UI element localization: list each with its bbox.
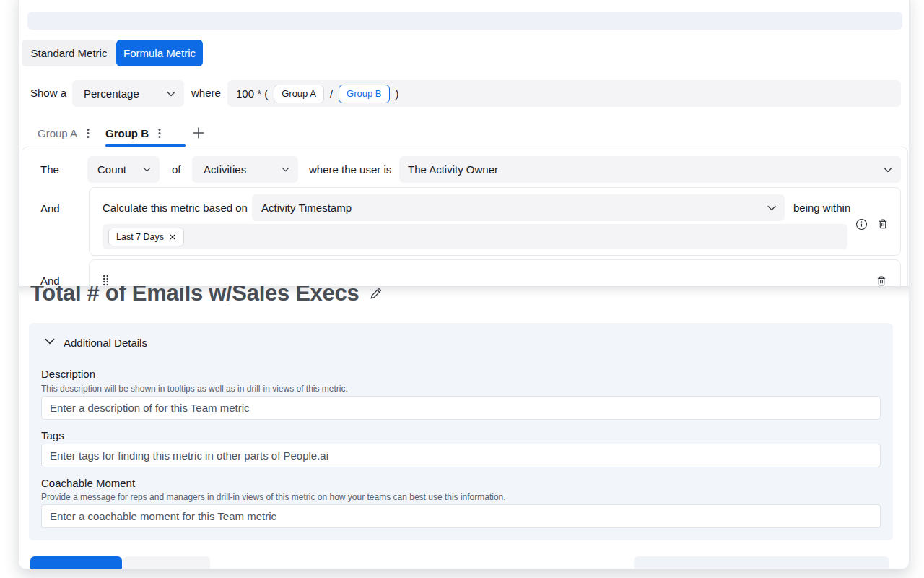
chevron-down-icon: [143, 167, 151, 172]
timeframe-value-field[interactable]: Last 7 Days: [103, 224, 847, 249]
coachable-moment-label: Coachable Moment: [41, 477, 135, 489]
description-input[interactable]: [41, 396, 881, 420]
expression-prefix: 100 * (: [236, 87, 268, 100]
and-connector-label: And: [40, 275, 60, 286]
condition-builder-panel: The Count of Activities where the user i…: [22, 147, 908, 286]
timestamp-field-select[interactable]: Activity Timestamp: [252, 194, 785, 221]
tags-input[interactable]: [41, 444, 881, 467]
user-role-select[interactable]: The Activity Owner: [399, 156, 901, 183]
display-type-select[interactable]: Percentage: [72, 80, 184, 107]
empty-condition-box: [89, 259, 901, 286]
drag-handle-icon[interactable]: [103, 275, 109, 286]
secondary-action-button[interactable]: [123, 556, 210, 569]
show-a-label: Show a: [30, 87, 66, 99]
chevron-down-icon: [884, 167, 892, 173]
group-a-chip[interactable]: Group A: [274, 85, 324, 103]
of-label: of: [172, 163, 181, 176]
info-icon[interactable]: [855, 217, 868, 230]
collapse-chevron-icon[interactable]: [45, 338, 55, 345]
time-range-chip[interactable]: Last 7 Days: [108, 228, 184, 246]
close-icon[interactable]: [169, 233, 176, 241]
timeframe-condition-box: Calculate this metric based on Activity …: [89, 187, 901, 256]
add-group-plus-icon[interactable]: [191, 125, 206, 141]
and-connector-label: And: [40, 202, 60, 215]
tab-formula-metric[interactable]: Formula Metric: [116, 40, 203, 66]
the-label: The: [40, 163, 59, 176]
based-on-label: Calculate this metric based on: [103, 202, 248, 214]
coachable-moment-helper: Provide a message for reps and managers …: [41, 492, 506, 502]
where-label: where: [191, 87, 221, 99]
description-helper: This description will be shown in toolti…: [41, 384, 348, 394]
description-label: Description: [41, 368, 95, 380]
additional-details-title[interactable]: Additional Details: [64, 337, 147, 349]
edit-pencil-icon[interactable]: [369, 287, 383, 301]
group-tab-a[interactable]: Group A: [38, 122, 90, 144]
being-within-label: being within: [793, 202, 850, 214]
object-select[interactable]: Activities: [192, 156, 298, 183]
divide-operator: /: [330, 87, 333, 100]
tertiary-action-button[interactable]: [634, 556, 889, 569]
metric-editor-card: Total # of Emails w/Sales Execs Addition…: [18, 0, 910, 569]
group-b-chip[interactable]: Group B: [339, 85, 389, 103]
group-a-kebab-menu-icon[interactable]: [87, 128, 90, 139]
chevron-down-icon: [282, 167, 289, 172]
tags-label: Tags: [41, 429, 64, 441]
where-user-label: where the user is: [309, 163, 391, 176]
metric-builder-panel: Standard Metric Formula Metric Show a Pe…: [18, 0, 910, 286]
trash-icon[interactable]: [876, 217, 889, 230]
primary-action-button[interactable]: [30, 556, 122, 569]
group-tab-b[interactable]: Group B: [105, 122, 161, 144]
tab-standard-metric[interactable]: Standard Metric: [22, 40, 116, 66]
expression-suffix: ): [396, 87, 399, 100]
chevron-down-icon: [767, 205, 776, 211]
aggregation-select[interactable]: Count: [87, 156, 160, 183]
chevron-down-icon: [167, 91, 175, 97]
trash-icon[interactable]: [875, 275, 888, 286]
formula-expression-field: 100 * ( Group A / Group B ): [227, 80, 901, 107]
coachable-moment-input[interactable]: [41, 504, 881, 528]
group-b-kebab-menu-icon[interactable]: [158, 128, 161, 139]
additional-details-panel: Additional Details Description This desc…: [29, 323, 893, 540]
top-banner-strip: [27, 12, 902, 30]
